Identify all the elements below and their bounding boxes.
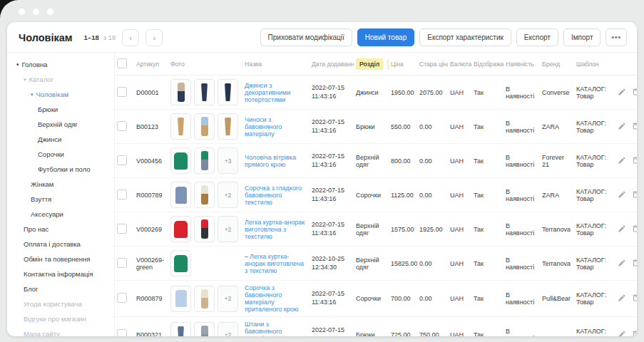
product-photo[interactable] bbox=[170, 216, 191, 242]
sidebar-item[interactable]: Блог bbox=[7, 281, 114, 296]
sidebar-item[interactable]: ▾Головна bbox=[7, 57, 114, 72]
delete-icon[interactable] bbox=[631, 88, 637, 96]
sidebar-item[interactable]: Оплата і доставка bbox=[7, 237, 114, 252]
product-photo[interactable] bbox=[170, 182, 191, 208]
product-name-link[interactable]: Легка куртка-анорак виготовлена з тексти… bbox=[245, 219, 305, 240]
col-old-price[interactable]: Стара ціна bbox=[417, 53, 448, 76]
next-page-button[interactable]: › bbox=[145, 29, 163, 46]
more-photos-badge[interactable]: +3 bbox=[218, 147, 238, 174]
product-photo[interactable] bbox=[194, 286, 215, 312]
sidebar-item[interactable]: Відгуки про магазин bbox=[7, 311, 114, 326]
garment-shape bbox=[201, 289, 208, 309]
edit-icon[interactable] bbox=[618, 294, 626, 302]
window-dot[interactable] bbox=[19, 9, 25, 15]
sidebar-item[interactable]: Угода користувача bbox=[7, 296, 114, 311]
price-cell: 725.00 bbox=[389, 317, 417, 337]
delete-icon[interactable] bbox=[631, 156, 637, 165]
prev-page-button[interactable]: ‹ bbox=[122, 29, 139, 46]
edit-icon[interactable] bbox=[618, 259, 626, 267]
import-button[interactable]: Імпорт bbox=[563, 28, 601, 46]
product-name-link[interactable]: Легка куртка-анорак виготовлена з тексти… bbox=[245, 253, 304, 274]
product-photo[interactable] bbox=[170, 147, 191, 174]
product-photo[interactable] bbox=[170, 322, 191, 337]
window-dot[interactable] bbox=[47, 9, 53, 15]
row-checkbox[interactable] bbox=[117, 258, 127, 268]
more-photos-badge[interactable]: +2 bbox=[218, 322, 238, 337]
export-characteristics-button[interactable]: Експорт характеристик bbox=[419, 28, 511, 46]
edit-icon[interactable] bbox=[618, 224, 626, 233]
sidebar-item[interactable]: Мапа сайту bbox=[7, 326, 114, 336]
delete-icon[interactable] bbox=[631, 294, 637, 302]
select-all-checkbox[interactable] bbox=[117, 58, 127, 68]
product-photo[interactable] bbox=[170, 286, 191, 312]
col-section-label[interactable]: Розділ bbox=[356, 58, 383, 70]
edit-icon[interactable] bbox=[618, 88, 626, 96]
delete-icon[interactable] bbox=[631, 224, 637, 233]
sidebar-item[interactable]: Верхній одяг bbox=[7, 117, 114, 132]
delete-icon[interactable] bbox=[631, 259, 637, 267]
more-photos-badge[interactable]: +2 bbox=[218, 286, 238, 312]
col-section[interactable]: Розділ⇅ bbox=[354, 53, 389, 76]
product-photo[interactable] bbox=[170, 79, 191, 105]
product-name-link[interactable]: Сорочка з бавовняного матеріалу притален… bbox=[245, 284, 298, 313]
more-actions-button[interactable]: ••• bbox=[605, 28, 627, 46]
edit-icon[interactable] bbox=[618, 156, 626, 165]
more-photos-badge[interactable]: +2 bbox=[218, 182, 238, 208]
row-checkbox[interactable] bbox=[117, 329, 127, 336]
sidebar-item[interactable]: Обмін та повернення bbox=[7, 252, 114, 266]
row-checkbox[interactable] bbox=[117, 224, 127, 234]
row-checkbox[interactable] bbox=[117, 87, 127, 97]
product-photo[interactable] bbox=[194, 113, 215, 140]
edit-icon[interactable] bbox=[618, 330, 626, 336]
row-checkbox[interactable] bbox=[117, 121, 127, 131]
product-photo[interactable] bbox=[194, 182, 215, 208]
row-checkbox[interactable] bbox=[117, 190, 127, 200]
col-name[interactable]: Назва bbox=[242, 53, 310, 76]
window-dot[interactable] bbox=[33, 9, 39, 15]
product-name-link[interactable]: Джинси з декоративними потертостями bbox=[245, 82, 290, 103]
sidebar-item[interactable]: Взуття bbox=[7, 192, 114, 207]
sidebar-item[interactable]: Брюки bbox=[7, 102, 114, 117]
sidebar-item[interactable]: Футболки и поло bbox=[7, 162, 114, 177]
sidebar-item[interactable]: Контактна інформація bbox=[7, 266, 114, 281]
col-date[interactable]: Дата додавання bbox=[310, 53, 354, 76]
delete-icon[interactable] bbox=[631, 122, 637, 130]
template-cell: КАТАЛОГ: Товар bbox=[574, 317, 610, 337]
product-name-link[interactable]: Чоловіча вітрівка прямого крою bbox=[245, 154, 296, 168]
sidebar-item[interactable]: ▾Чоловікам bbox=[7, 87, 114, 102]
row-checkbox[interactable] bbox=[117, 155, 127, 165]
edit-icon[interactable] bbox=[618, 190, 626, 199]
hide-modifications-button[interactable]: Приховати модифікації bbox=[260, 28, 352, 46]
col-price[interactable]: Ціна bbox=[389, 53, 417, 76]
availability-cell: В наявності bbox=[504, 247, 540, 281]
more-photos-badge[interactable]: +2 bbox=[218, 216, 238, 242]
product-photo[interactable] bbox=[194, 322, 215, 337]
product-photo[interactable] bbox=[170, 113, 191, 140]
product-name-link[interactable]: Штани з бавовняного матеріалу прямого кр… bbox=[245, 321, 300, 336]
sidebar-item[interactable]: Про нас bbox=[7, 222, 114, 237]
price-cell: 15825.00 bbox=[389, 247, 417, 281]
delete-icon[interactable] bbox=[631, 190, 637, 199]
sidebar-item[interactable]: ▾Каталог bbox=[7, 72, 114, 87]
delete-icon[interactable] bbox=[631, 330, 637, 336]
sort-icon[interactable]: ⇅ bbox=[387, 59, 389, 70]
product-photo[interactable] bbox=[194, 79, 215, 105]
row-checkbox[interactable] bbox=[117, 293, 127, 303]
product-photo[interactable] bbox=[218, 113, 238, 140]
col-article[interactable]: Артикул bbox=[134, 53, 168, 76]
sidebar-item[interactable]: Джинси bbox=[7, 132, 114, 147]
window-controls[interactable] bbox=[19, 9, 53, 15]
new-product-button[interactable]: Новий товар bbox=[357, 28, 414, 46]
edit-icon[interactable] bbox=[618, 122, 626, 130]
product-photo[interactable] bbox=[194, 147, 215, 174]
product-photo[interactable] bbox=[194, 216, 215, 242]
product-name-link[interactable]: Сорочка з гладкого бавовняного текстилю bbox=[245, 185, 302, 206]
sidebar-item[interactable]: Сорочки bbox=[7, 147, 114, 162]
sidebar-item[interactable]: Аксесуари bbox=[7, 207, 114, 222]
product-photo[interactable] bbox=[218, 79, 238, 105]
export-button[interactable]: Експорт bbox=[516, 28, 558, 46]
product-photo[interactable] bbox=[170, 250, 191, 276]
price-cell: 1950.00 bbox=[389, 76, 417, 110]
product-name-link[interactable]: Чиноси з бавовняного матеріалу bbox=[245, 116, 282, 138]
sidebar-item[interactable]: Жінкам bbox=[7, 177, 114, 192]
